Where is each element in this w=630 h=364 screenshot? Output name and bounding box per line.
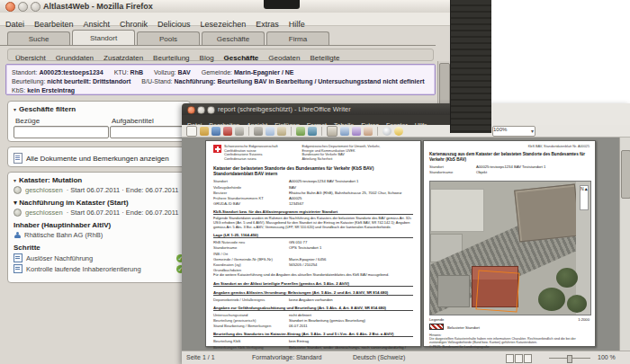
page-style-indicator[interactable]: Formatvorlage: Standard xyxy=(252,354,321,360)
kataster-mutation-box: ▾Kataster: Mutation geschlossen · Start … xyxy=(7,172,191,283)
section-parzellen: Am Standort an der Altlast beteiligte Pa… xyxy=(213,281,413,288)
department-lines: Eidgenössisches Departement für Umwelt, … xyxy=(302,145,381,161)
nachfuehrung-heading[interactable]: ▾ Nachführung im Kataster (Start) xyxy=(8,194,190,207)
scrollbar-thumb[interactable] xyxy=(439,63,450,108)
subnav-item[interactable]: Blog xyxy=(200,54,214,62)
cut-icon[interactable] xyxy=(254,127,263,136)
collapse-triangle-icon: ▾ xyxy=(14,178,16,183)
subnav-item[interactable]: Beteiligte xyxy=(310,54,339,62)
field-row: GRUDA-ID BAV1234567 xyxy=(213,201,413,206)
field-row: StandortnameOPS Teststandort 1 xyxy=(213,245,413,250)
subnav-item[interactable]: Beurteilung xyxy=(153,54,189,62)
new-document-icon[interactable] xyxy=(186,126,197,137)
hinweis-text: Die dargestellten Katasterinhalte haben … xyxy=(429,337,590,345)
open-icon[interactable] xyxy=(200,127,209,136)
hyperlink-icon[interactable] xyxy=(340,127,349,136)
scrollbar-thumb[interactable] xyxy=(621,150,630,199)
bezuege-input[interactable] xyxy=(14,126,109,138)
writer-menubar: DateiBearbeitenAnsichtEinfügenFormatTabe… xyxy=(182,115,490,125)
writer-scrollbar[interactable] xyxy=(619,138,630,351)
maximize-button-icon[interactable] xyxy=(207,106,215,114)
browser-tab-geschäfte[interactable]: Geschäfte xyxy=(202,31,265,45)
menu-item[interactable]: Extras xyxy=(256,20,279,29)
field-row: Koordinaten (xy)565205 / 210254 xyxy=(213,262,413,267)
subnav-item[interactable]: Geodaten xyxy=(268,54,300,62)
zoom-slider-handle[interactable] xyxy=(567,355,572,363)
minimize-button-icon[interactable] xyxy=(197,106,205,114)
subnav-item[interactable]: Übersicht xyxy=(15,54,46,62)
zoom-combobox[interactable]: 100% xyxy=(492,126,536,137)
section-belastungen: Angaben gemäss Altlasten-Verordnung: Bel… xyxy=(213,290,413,297)
filter-box-title[interactable]: ▾Geschäfte filtern xyxy=(8,102,190,113)
multi-page-view-icon[interactable] xyxy=(515,354,523,363)
firefox-tabstrip: SucheStandortPoolsGeschäfteFirma xyxy=(0,30,450,46)
browser-tab-suche[interactable]: Suche xyxy=(7,31,70,45)
page-indicator: Seite 1 / 1 xyxy=(186,354,215,360)
print-icon[interactable] xyxy=(235,127,244,136)
menu-item[interactable]: Chronik xyxy=(120,20,148,29)
legend-label: Legende xyxy=(429,317,444,322)
menu-item[interactable]: Hilfe xyxy=(289,20,305,29)
schritt-row[interactable]: Auslöser Nachführung ✓ xyxy=(8,252,190,262)
brown-roof-building xyxy=(514,184,580,243)
firefox-titlebar[interactable]: Altlast4Web - Mozilla Firefox xyxy=(0,0,450,13)
close-button-icon[interactable] xyxy=(5,2,15,12)
field-row: BesitzerRhätische Bahn AG (RhB), Bahnhof… xyxy=(213,191,413,195)
federal-header: Schweizerische EidgenossenschaftConfédér… xyxy=(213,145,413,161)
subnav-item[interactable]: Geschäfte xyxy=(224,54,259,62)
zoom-icon[interactable] xyxy=(382,127,392,136)
copy-icon[interactable] xyxy=(266,127,274,136)
save-icon[interactable] xyxy=(212,127,220,136)
task-form-icon xyxy=(14,264,22,273)
browser-tab-pools[interactable]: Pools xyxy=(137,31,200,45)
table-icon[interactable] xyxy=(327,126,338,137)
all-documents-link[interactable]: Alle Dokumente und Bemerkungen anzeigen xyxy=(8,147,190,164)
language-indicator[interactable]: Deutsch (Schweiz) xyxy=(353,354,405,360)
minimize-button-icon[interactable] xyxy=(18,2,28,12)
single-page-view-icon[interactable] xyxy=(506,354,514,363)
maximize-button-icon[interactable] xyxy=(31,2,40,12)
zoom-slider[interactable] xyxy=(549,358,590,359)
undo-icon[interactable] xyxy=(296,127,305,136)
section-beurteilung: Angaben zur Gefährdungsabschätzung und B… xyxy=(213,306,413,312)
kataster-title[interactable]: ▾Kataster: Mutation xyxy=(8,173,190,184)
paste-icon[interactable] xyxy=(277,127,286,136)
close-button-icon[interactable] xyxy=(187,106,195,114)
book-view-icon[interactable] xyxy=(524,354,532,363)
section-eintrag: Beurteilung des Standortes im Kataster-E… xyxy=(213,332,413,338)
menu-item[interactable]: Datei xyxy=(5,20,24,29)
browser-tab-standort[interactable]: Standort xyxy=(72,30,135,45)
intro-paragraph: Folgende Standortdaten wurden im Rahmen … xyxy=(213,217,413,229)
field-row: INB / Ort xyxy=(213,252,413,256)
writer-toolbar: 100% xyxy=(182,125,630,138)
browser-tab-firma[interactable]: Firma xyxy=(266,31,329,45)
aufgabentitel-input[interactable] xyxy=(110,126,193,138)
map-page: KbS BAV, Standortdatenblatt Nr. A00025 K… xyxy=(423,140,596,347)
menu-item[interactable]: Lesezeichen xyxy=(201,20,247,29)
zoom-percent[interactable]: 100 % xyxy=(598,354,616,360)
toolbar-separator xyxy=(291,127,292,136)
schritt-row[interactable]: Kontrolle laufende Inhaberorientierung ✓ xyxy=(8,262,190,273)
window-title: report (schreibgeschützt) - LibreOffice … xyxy=(218,105,351,113)
writer-titlebar[interactable]: report (schreibgeschützt) - LibreOffice … xyxy=(182,103,490,115)
subnav-item[interactable]: Zusatzdaten xyxy=(104,54,143,62)
inhaber-row[interactable]: Rhätische Bahn AG (RhB) xyxy=(8,229,190,239)
info-pair: Gemeinde:Marin-Epagnier / NE xyxy=(202,69,294,75)
closed-status-icon xyxy=(14,209,22,217)
help-icon[interactable] xyxy=(394,127,403,136)
menu-item[interactable]: Delicious xyxy=(158,20,191,29)
menu-item[interactable]: Bearbeiten xyxy=(34,20,74,29)
schritte-heading: Schritte xyxy=(8,239,190,252)
nachfuehrung-status-row: geschlossen · Start 06.07.2011 · Ende: 0… xyxy=(8,207,190,217)
subnav-item[interactable]: Grunddaten xyxy=(56,54,94,62)
lage-rows: RhB Nutzcode neuGN 010 77StandortnameOPS… xyxy=(213,240,413,272)
navigator-icon[interactable] xyxy=(352,127,361,136)
redo-icon[interactable] xyxy=(308,127,317,136)
gallery-icon[interactable] xyxy=(364,127,373,136)
beurteilung-rows: Untersuchungsstandnicht definiertBeurtei… xyxy=(213,313,413,328)
map-title: Kartenauszug aus dem Kataster der belast… xyxy=(429,152,590,162)
export-pdf-icon[interactable] xyxy=(223,127,232,136)
tabstrip-baseline xyxy=(0,45,436,46)
menu-item[interactable]: Ansicht xyxy=(84,20,111,29)
standort-subnav: ÜbersichtGrunddatenZusatzdatenBeurteilun… xyxy=(7,49,434,61)
